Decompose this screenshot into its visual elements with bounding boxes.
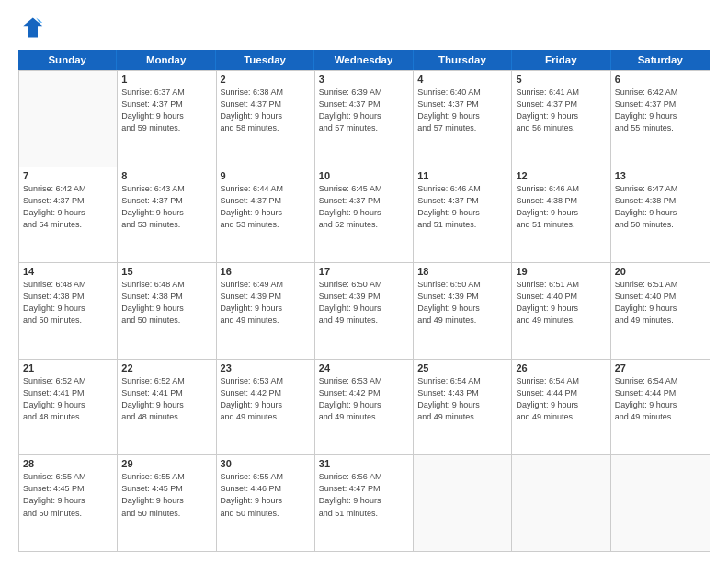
calendar-header: SundayMondayTuesdayWednesdayThursdayFrid… (18, 50, 710, 70)
cal-cell: 14Sunrise: 6:48 AM Sunset: 4:38 PM Dayli… (19, 263, 118, 359)
day-info: Sunrise: 6:45 AM Sunset: 4:37 PM Dayligh… (319, 183, 409, 231)
header-day-friday: Friday (512, 50, 610, 70)
day-number: 25 (417, 362, 507, 373)
header-day-tuesday: Tuesday (216, 50, 314, 70)
day-number: 28 (23, 458, 113, 469)
day-info: Sunrise: 6:56 AM Sunset: 4:47 PM Dayligh… (319, 471, 409, 519)
day-number: 5 (516, 74, 606, 85)
cal-cell: 29Sunrise: 6:55 AM Sunset: 4:45 PM Dayli… (118, 455, 216, 551)
cal-cell: 15Sunrise: 6:48 AM Sunset: 4:38 PM Dayli… (118, 263, 216, 359)
cal-cell: 10Sunrise: 6:45 AM Sunset: 4:37 PM Dayli… (315, 167, 414, 263)
calendar: SundayMondayTuesdayWednesdayThursdayFrid… (18, 50, 710, 552)
day-number: 12 (516, 170, 606, 181)
week-row-2: 14Sunrise: 6:48 AM Sunset: 4:38 PM Dayli… (19, 263, 710, 360)
day-info: Sunrise: 6:46 AM Sunset: 4:38 PM Dayligh… (516, 183, 606, 231)
day-number: 30 (221, 458, 311, 469)
cal-cell: 16Sunrise: 6:49 AM Sunset: 4:39 PM Dayli… (217, 263, 315, 359)
day-number: 19 (516, 266, 606, 277)
day-number: 4 (417, 74, 507, 85)
day-info: Sunrise: 6:46 AM Sunset: 4:37 PM Dayligh… (417, 183, 507, 231)
cal-cell: 5Sunrise: 6:41 AM Sunset: 4:37 PM Daylig… (512, 71, 610, 167)
day-number: 21 (23, 362, 113, 373)
day-info: Sunrise: 6:55 AM Sunset: 4:46 PM Dayligh… (221, 471, 311, 519)
cal-cell: 28Sunrise: 6:55 AM Sunset: 4:45 PM Dayli… (19, 455, 118, 551)
cal-cell: 11Sunrise: 6:46 AM Sunset: 4:37 PM Dayli… (414, 167, 512, 263)
day-info: Sunrise: 6:54 AM Sunset: 4:44 PM Dayligh… (615, 375, 706, 423)
cal-cell (414, 455, 512, 551)
week-row-3: 21Sunrise: 6:52 AM Sunset: 4:41 PM Dayli… (19, 360, 710, 456)
day-number: 6 (615, 74, 706, 85)
cal-cell (611, 455, 710, 551)
day-info: Sunrise: 6:54 AM Sunset: 4:44 PM Dayligh… (516, 375, 606, 423)
day-info: Sunrise: 6:50 AM Sunset: 4:39 PM Dayligh… (417, 279, 507, 327)
header-day-wednesday: Wednesday (314, 50, 413, 70)
day-number: 7 (23, 170, 113, 181)
day-info: Sunrise: 6:38 AM Sunset: 4:37 PM Dayligh… (221, 86, 311, 134)
week-row-4: 28Sunrise: 6:55 AM Sunset: 4:45 PM Dayli… (19, 455, 710, 552)
day-number: 2 (221, 74, 311, 85)
day-info: Sunrise: 6:48 AM Sunset: 4:38 PM Dayligh… (23, 279, 113, 327)
day-info: Sunrise: 6:51 AM Sunset: 4:40 PM Dayligh… (615, 279, 706, 327)
day-info: Sunrise: 6:44 AM Sunset: 4:37 PM Dayligh… (221, 183, 311, 231)
day-info: Sunrise: 6:48 AM Sunset: 4:38 PM Dayligh… (121, 279, 211, 327)
day-info: Sunrise: 6:40 AM Sunset: 4:37 PM Dayligh… (417, 86, 507, 134)
cal-cell: 22Sunrise: 6:52 AM Sunset: 4:41 PM Dayli… (118, 360, 216, 455)
day-number: 11 (417, 170, 507, 181)
logo-icon (18, 15, 44, 40)
calendar-body: 1Sunrise: 6:37 AM Sunset: 4:37 PM Daylig… (18, 70, 710, 552)
cal-cell: 20Sunrise: 6:51 AM Sunset: 4:40 PM Dayli… (611, 263, 710, 359)
header-day-sunday: Sunday (18, 50, 117, 70)
day-info: Sunrise: 6:53 AM Sunset: 4:42 PM Dayligh… (319, 375, 409, 423)
day-info: Sunrise: 6:39 AM Sunset: 4:37 PM Dayligh… (319, 86, 409, 134)
day-number: 17 (319, 266, 409, 277)
week-row-0: 1Sunrise: 6:37 AM Sunset: 4:37 PM Daylig… (19, 71, 710, 167)
cal-cell: 17Sunrise: 6:50 AM Sunset: 4:39 PM Dayli… (315, 263, 414, 359)
day-info: Sunrise: 6:42 AM Sunset: 4:37 PM Dayligh… (23, 183, 113, 231)
day-info: Sunrise: 6:52 AM Sunset: 4:41 PM Dayligh… (121, 375, 211, 423)
logo (18, 15, 48, 40)
cal-cell: 4Sunrise: 6:40 AM Sunset: 4:37 PM Daylig… (414, 71, 512, 167)
day-number: 26 (516, 362, 606, 373)
cal-cell: 13Sunrise: 6:47 AM Sunset: 4:38 PM Dayli… (611, 167, 710, 263)
cal-cell: 24Sunrise: 6:53 AM Sunset: 4:42 PM Dayli… (315, 360, 414, 455)
day-number: 3 (319, 74, 409, 85)
cal-cell: 12Sunrise: 6:46 AM Sunset: 4:38 PM Dayli… (512, 167, 610, 263)
day-info: Sunrise: 6:42 AM Sunset: 4:37 PM Dayligh… (615, 86, 706, 134)
cal-cell: 1Sunrise: 6:37 AM Sunset: 4:37 PM Daylig… (118, 71, 216, 167)
cal-cell (512, 455, 610, 551)
day-number: 18 (417, 266, 507, 277)
day-info: Sunrise: 6:43 AM Sunset: 4:37 PM Dayligh… (121, 183, 211, 231)
day-number: 10 (319, 170, 409, 181)
day-number: 23 (221, 362, 311, 373)
cal-cell: 27Sunrise: 6:54 AM Sunset: 4:44 PM Dayli… (611, 360, 710, 455)
day-info: Sunrise: 6:47 AM Sunset: 4:38 PM Dayligh… (615, 183, 706, 231)
day-number: 16 (221, 266, 311, 277)
cal-cell: 6Sunrise: 6:42 AM Sunset: 4:37 PM Daylig… (611, 71, 710, 167)
day-number: 13 (615, 170, 706, 181)
day-info: Sunrise: 6:55 AM Sunset: 4:45 PM Dayligh… (23, 471, 113, 519)
cal-cell: 2Sunrise: 6:38 AM Sunset: 4:37 PM Daylig… (217, 71, 315, 167)
cal-cell: 21Sunrise: 6:52 AM Sunset: 4:41 PM Dayli… (19, 360, 118, 455)
day-info: Sunrise: 6:53 AM Sunset: 4:42 PM Dayligh… (221, 375, 311, 423)
header-day-saturday: Saturday (611, 50, 710, 70)
day-number: 8 (121, 170, 211, 181)
day-number: 22 (121, 362, 211, 373)
day-number: 24 (319, 362, 409, 373)
day-number: 1 (121, 74, 211, 85)
cal-cell: 23Sunrise: 6:53 AM Sunset: 4:42 PM Dayli… (217, 360, 315, 455)
cal-cell: 18Sunrise: 6:50 AM Sunset: 4:39 PM Dayli… (414, 263, 512, 359)
day-number: 14 (23, 266, 113, 277)
page: SundayMondayTuesdayWednesdayThursdayFrid… (0, 0, 728, 563)
day-info: Sunrise: 6:37 AM Sunset: 4:37 PM Dayligh… (121, 86, 211, 134)
cal-cell: 25Sunrise: 6:54 AM Sunset: 4:43 PM Dayli… (414, 360, 512, 455)
cal-cell: 30Sunrise: 6:55 AM Sunset: 4:46 PM Dayli… (217, 455, 315, 551)
day-number: 27 (615, 362, 706, 373)
cal-cell: 26Sunrise: 6:54 AM Sunset: 4:44 PM Dayli… (512, 360, 610, 455)
day-info: Sunrise: 6:41 AM Sunset: 4:37 PM Dayligh… (516, 86, 606, 134)
cal-cell (19, 71, 118, 167)
header (18, 15, 710, 40)
cal-cell: 8Sunrise: 6:43 AM Sunset: 4:37 PM Daylig… (118, 167, 216, 263)
cal-cell: 19Sunrise: 6:51 AM Sunset: 4:40 PM Dayli… (512, 263, 610, 359)
cal-cell: 9Sunrise: 6:44 AM Sunset: 4:37 PM Daylig… (217, 167, 315, 263)
day-info: Sunrise: 6:50 AM Sunset: 4:39 PM Dayligh… (319, 279, 409, 327)
